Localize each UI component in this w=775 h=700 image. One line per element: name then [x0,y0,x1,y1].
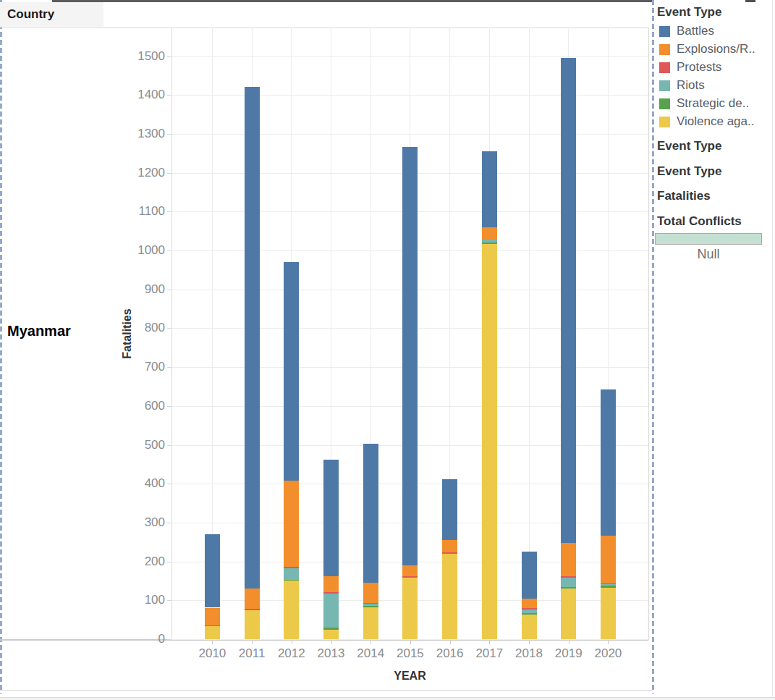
bar-segment-violence-aga--2019[interactable] [561,589,576,639]
bar-segment-battles-2020[interactable] [601,389,616,536]
bar-segment-violence-aga--2010[interactable] [205,626,220,639]
bar-segment-protests-2012[interactable] [284,567,299,568]
legend-item-label: Riots [677,78,705,93]
legend-item-protests[interactable]: Protests [659,60,721,75]
bar-segment-battles-2015[interactable] [402,147,418,565]
legend-swatch [659,62,670,73]
bar-segment-explosions-r--2012[interactable] [284,481,299,567]
y-tick-label: 1000 [114,243,165,258]
panel-section-fatalities[interactable]: Fatalities [657,189,711,203]
legend-item-violence-aga-[interactable]: Violence aga.. [659,114,754,129]
y-tick-mark [167,211,171,212]
bar-segment-battles-2017[interactable] [482,151,497,227]
panel-section-event-type[interactable]: Event Type [657,139,721,153]
bar-segment-violence-aga--2016[interactable] [442,554,457,639]
y-tick-mark [167,523,171,523]
y-tick-mark [167,328,171,329]
bar-segment-riots-2012[interactable] [284,568,299,580]
bar-segment-explosions-r--2013[interactable] [323,576,339,592]
bar-segment-riots-2020[interactable] [601,584,616,586]
bar-segment-battles-2014[interactable] [363,444,378,582]
y-tick-label: 400 [114,476,165,491]
x-tick-label: 2012 [270,646,313,661]
y-tick-label: 500 [114,438,165,452]
bar-segment-riots-2018[interactable] [522,610,537,613]
bar-segment-explosions-r--2017[interactable] [482,227,497,240]
bar-segment-explosions-r--2015[interactable] [402,565,418,576]
bar-segment-explosions-r--2010[interactable] [205,608,220,625]
bar-segment-strategic-de--2019[interactable] [561,587,576,589]
bar-segment-protests-2015[interactable] [402,576,418,578]
bar-segment-protests-2016[interactable] [442,552,457,554]
bar-segment-protests-2018[interactable] [522,608,537,610]
h-gridline [171,56,648,57]
x-tick-mark [252,641,253,644]
bar-segment-explosions-r--2020[interactable] [601,536,616,583]
bar-segment-strategic-de--2017[interactable] [482,243,497,244]
bar-segment-violence-aga--2012[interactable] [284,581,299,639]
bar-segment-violence-aga--2018[interactable] [522,615,537,639]
bar-segment-battles-2013[interactable] [323,460,339,576]
dashboard: Country Myanmar Fatalities YEAR 01002003… [0,0,775,700]
x-tick-label: 2017 [467,646,511,661]
bar-segment-violence-aga--2020[interactable] [601,588,616,639]
bar-segment-strategic-de--2014[interactable] [363,606,378,607]
x-tick-mark [331,641,332,644]
y-tick-mark [167,367,171,368]
y-tick-label: 1200 [114,166,165,180]
x-tick-label: 2019 [547,646,590,661]
legend-item-explosions-r-[interactable]: Explosions/R.. [659,42,755,56]
bar-segment-battles-2016[interactable] [442,479,457,539]
h-gridline [171,134,648,135]
bar-segment-explosions-r--2011[interactable] [245,589,260,608]
y-tick-mark [167,290,171,290]
bar-segment-protests-2011[interactable] [245,609,260,610]
bar-segment-violence-aga--2011[interactable] [245,610,260,639]
panel-section-event-type[interactable]: Event Type [657,164,721,179]
bar-segment-violence-aga--2014[interactable] [363,607,378,639]
legend-item-riots[interactable]: Riots [659,78,705,93]
bar-segment-explosions-r--2019[interactable] [561,543,576,576]
bar-segment-strategic-de--2020[interactable] [601,586,616,587]
bar-segment-battles-2012[interactable] [284,262,299,481]
bar-segment-protests-2019[interactable] [561,576,576,578]
bar-segment-riots-2019[interactable] [561,578,576,587]
y-tick-mark [167,445,171,446]
null-color-swatch[interactable] [655,233,762,245]
bar-segment-battles-2019[interactable] [561,58,576,543]
panel-section-total-conflicts[interactable]: Total Conflicts [657,214,742,229]
bar-segment-protests-2014[interactable] [363,603,378,604]
legend-item-battles[interactable]: Battles [659,24,714,38]
y-tick-label: 1300 [114,127,165,141]
null-swatch-label: Null [655,247,762,262]
bar-segment-strategic-de--2012[interactable] [284,580,299,581]
bar-segment-battles-2010[interactable] [205,534,220,607]
bar-segment-explosions-r--2016[interactable] [442,540,457,553]
bar-segment-explosions-r--2018[interactable] [522,599,537,608]
y-tick-label: 1400 [114,88,165,102]
bar-segment-riots-2013[interactable] [323,594,339,628]
legend-item-strategic-de-[interactable]: Strategic de.. [659,96,749,111]
bar-segment-strategic-de--2018[interactable] [522,613,537,615]
bar-segment-battles-2011[interactable] [245,87,260,589]
y-tick-mark [167,250,171,251]
bar-segment-battles-2018[interactable] [522,552,537,599]
bar-segment-protests-2020[interactable] [601,583,616,584]
y-tick-label: 600 [114,399,165,413]
bar-segment-protests-2010[interactable] [205,625,220,627]
x-tick-label: 2020 [586,646,630,661]
y-tick-mark [167,639,171,640]
bar-segment-protests-2013[interactable] [323,592,339,594]
h-gridline [171,95,648,96]
bar-segment-explosions-r--2014[interactable] [363,583,378,603]
bar-segment-violence-aga--2015[interactable] [402,578,418,639]
bar-segment-riots-2017[interactable] [482,240,497,243]
bar-segment-strategic-de--2013[interactable] [323,628,339,630]
bar-segment-violence-aga--2017[interactable] [482,244,497,639]
x-tick-mark [608,641,609,644]
bar-segment-riots-2014[interactable] [363,604,378,607]
y-tick-mark [167,562,171,562]
bar-segment-violence-aga--2013[interactable] [323,630,339,639]
x-tick-label: 2016 [428,646,472,661]
y-tick-label: 0 [114,632,165,646]
